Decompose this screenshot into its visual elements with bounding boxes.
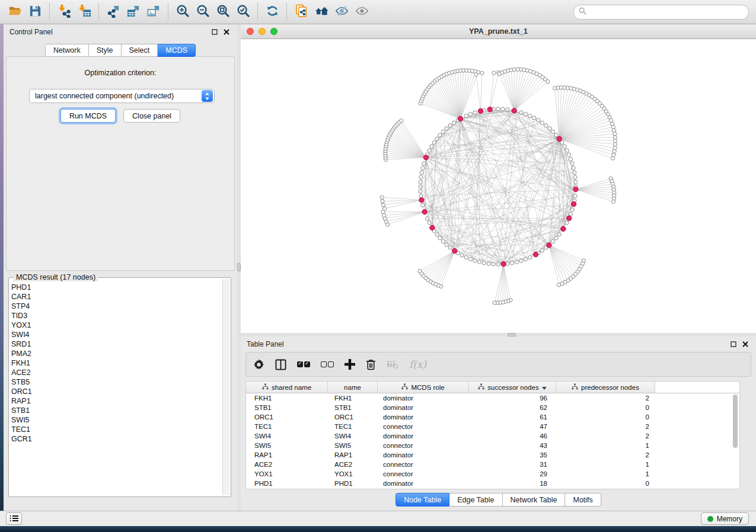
open-session-button[interactable] [5, 2, 25, 21]
zoom-out-button[interactable] [193, 2, 213, 21]
toolbar-separator [286, 4, 287, 20]
export-image-button[interactable] [143, 2, 164, 21]
cell-shared-name: PHD1 [246, 480, 328, 487]
network-canvas[interactable] [241, 39, 756, 333]
result-node: RAP1 [11, 396, 221, 406]
table-row[interactable]: RAP1RAP1dominator352 [246, 450, 739, 460]
tab-style[interactable]: Style [89, 44, 122, 57]
deselect-all-icon[interactable] [321, 355, 334, 373]
zoom-selected-button[interactable] [233, 2, 253, 21]
columns-icon[interactable] [275, 355, 286, 373]
network-view-window: YPA_prune.txt_1 [241, 24, 756, 333]
close-panel-icon[interactable] [222, 28, 231, 36]
column-header-name[interactable]: name [328, 382, 378, 393]
cell-name: ACE2 [328, 461, 378, 468]
homes-button[interactable] [311, 2, 331, 21]
delete-column-icon[interactable] [366, 355, 376, 373]
zoom-fit-button[interactable] [213, 2, 233, 21]
network-window-title: YPA_prune.txt_1 [241, 27, 756, 36]
result-node: STB1 [11, 406, 221, 415]
export-network-button[interactable] [103, 2, 123, 21]
result-node: CAR1 [11, 292, 221, 302]
column-header-predecessor-nodes[interactable]: predecessor nodes [556, 382, 655, 393]
column-header-successor-nodes[interactable]: successor nodes [469, 382, 556, 393]
close-panel-button[interactable]: Close panel [123, 109, 180, 123]
delete-table-icon[interactable] [387, 355, 398, 373]
clone-network-button[interactable] [291, 2, 311, 21]
hide-selected-button[interactable] [331, 2, 352, 21]
cell-name: RAP1 [328, 451, 378, 459]
cell-predecessor-nodes: 2 [556, 451, 655, 459]
table-row[interactable]: FKH1FKH1dominator962 [246, 393, 739, 403]
homes-icon [315, 4, 328, 20]
function-fx-icon[interactable]: f(x) [409, 355, 426, 373]
table-row[interactable]: ORC1ORC1dominator610 [246, 412, 739, 422]
run-mcds-button[interactable]: Run MCDS [60, 109, 116, 123]
control-panel: Control Panel NetworkStyleSelectMCDS Opt… [4, 24, 237, 511]
toolbar-separator [168, 4, 168, 20]
column-header-shared-name[interactable]: shared name [246, 382, 328, 393]
floppy-disk-icon [28, 4, 42, 20]
tab-network-table[interactable]: Network Table [503, 493, 566, 507]
table-row[interactable]: PHD1PHD1dominator180 [246, 479, 739, 488]
sort-chevron-icon[interactable] [542, 384, 547, 391]
show-all-button[interactable] [352, 2, 372, 21]
cell-shared-name: TEC1 [246, 423, 328, 430]
table-row[interactable]: ACE2ACE2connector311 [246, 460, 739, 469]
tab-select[interactable]: Select [122, 44, 158, 57]
tab-edge-table[interactable]: Edge Table [449, 493, 502, 507]
tab-node-table[interactable]: Node Table [395, 493, 449, 507]
tab-network[interactable]: Network [45, 44, 89, 57]
table-row[interactable]: TEC1TEC1connector472 [246, 422, 739, 431]
table-row[interactable]: SWI5SWI5connector431 [246, 441, 739, 450]
export-table-icon [127, 4, 141, 20]
node-table: shared namenameMCDS rolesuccessor nodesp… [245, 381, 740, 489]
save-session-button[interactable] [25, 2, 45, 21]
table-scrollbar[interactable] [732, 395, 739, 488]
close-panel-icon[interactable] [741, 340, 750, 348]
memory-button[interactable]: Memory [701, 512, 749, 525]
open-folder-icon [8, 4, 22, 20]
sitemap-icon [572, 383, 578, 391]
list-icon [9, 514, 18, 524]
cell-predecessor-nodes: 1 [556, 442, 655, 449]
table-row[interactable]: SWI4SWI4dominator462 [246, 431, 739, 441]
cell-predecessor-nodes: 1 [556, 470, 655, 477]
cell-shared-name: RAP1 [246, 451, 328, 459]
table-row[interactable]: STB1STB1dominator620 [246, 403, 739, 412]
float-panel-icon[interactable] [210, 28, 219, 36]
cell-predecessor-nodes: 0 [556, 480, 655, 487]
refresh-button[interactable] [262, 2, 282, 21]
select-all-icon[interactable] [297, 355, 310, 373]
cell-successor-nodes: 61 [469, 414, 556, 421]
criterion-dropdown[interactable]: largest connected component (undirected) [29, 89, 215, 103]
cell-name: PHD1 [328, 480, 378, 487]
cell-shared-name: STB1 [246, 404, 328, 411]
search-input[interactable] [589, 8, 744, 16]
result-node: TID3 [11, 311, 221, 321]
gear-icon[interactable] [253, 355, 264, 373]
cell-name: STB1 [328, 404, 378, 411]
cell-successor-nodes: 47 [469, 423, 556, 430]
tab-mcds[interactable]: MCDS [158, 44, 196, 57]
toolbar-separator [98, 4, 99, 20]
result-scrollbar[interactable] [222, 279, 229, 495]
scrollbar-thumb[interactable] [733, 395, 738, 448]
cell-name: SWI5 [328, 442, 378, 449]
cell-successor-nodes: 62 [469, 404, 556, 411]
export-table-button[interactable] [123, 2, 143, 21]
add-column-icon[interactable] [344, 355, 355, 373]
table-panel: Table Panel f(x) shared namenameMCDS rol… [241, 336, 756, 511]
result-node: FKH1 [11, 358, 221, 368]
zoom-in-button[interactable] [173, 2, 193, 21]
column-header-MCDS-role[interactable]: MCDS role [378, 382, 469, 393]
cell-successor-nodes: 35 [469, 451, 556, 459]
task-list-button[interactable] [6, 512, 22, 525]
toolbar-separator [49, 4, 50, 20]
tab-motifs[interactable]: Motifs [565, 493, 601, 507]
import-table-button[interactable] [74, 2, 94, 21]
import-network-button[interactable] [54, 2, 74, 21]
float-panel-icon[interactable] [729, 340, 738, 348]
cell-MCDS-role: connector [378, 470, 469, 477]
table-row[interactable]: YOX1YOX1connector291 [246, 469, 739, 479]
